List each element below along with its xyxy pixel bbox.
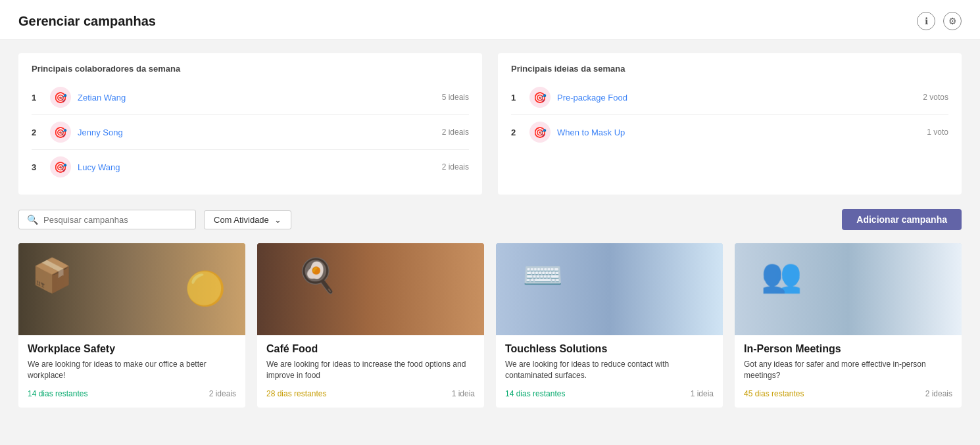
filter-label: Com Atividade	[214, 215, 269, 225]
campaign-desc-workplace: We are looking for ideas to make our off…	[28, 359, 236, 381]
rank-1: 1	[32, 93, 43, 103]
campaign-footer-meetings: 45 dias restantes 2 ideais	[744, 389, 952, 398]
stats-row: Principais colaboradores da semana 1 🎯 Z…	[18, 53, 962, 195]
campaign-image-touchless: ⌨️	[496, 243, 723, 335]
campaign-days-workplace: 14 dias restantes	[28, 389, 87, 398]
campaign-ideas-workplace: 2 ideais	[209, 389, 236, 398]
collaborator-count-3: 2 ideais	[442, 162, 469, 172]
avatar-2: 🎯	[50, 122, 71, 143]
campaign-desc-meetings: Got any ideas for safer and more effecti…	[744, 359, 952, 381]
campaign-body-workplace: Workplace Safety We are looking for idea…	[18, 335, 245, 408]
campaign-desc-cafe: We are looking for ideas to increase the…	[266, 359, 475, 381]
search-box: 🔍	[18, 210, 196, 229]
idea-count-2: 1 voto	[927, 128, 948, 137]
collaborators-list: 1 🎯 Zetian Wang 5 ideais 2 🎯 Jenny Song …	[32, 80, 469, 184]
collaborator-count-2: 2 ideais	[442, 128, 469, 137]
campaign-desc-touchless: We are looking for ideas to reduce conta…	[505, 359, 714, 381]
avatar-1: 🎯	[50, 87, 71, 108]
collaborators-title: Principais colaboradores da semana	[32, 64, 469, 74]
idea-avatar-2: 🎯	[529, 122, 551, 143]
idea-count-1: 2 votos	[923, 93, 948, 102]
campaign-title-touchless: Touchless Solutions	[505, 343, 714, 355]
campaign-title-workplace: Workplace Safety	[28, 343, 236, 355]
add-campaign-button[interactable]: Adicionar campanha	[842, 209, 962, 230]
campaign-body-touchless: Touchless Solutions We are looking for i…	[496, 335, 723, 408]
campaign-days-touchless: 14 dias restantes	[505, 389, 565, 398]
chevron-down-icon: ⌄	[274, 215, 282, 225]
idea-name-2[interactable]: When to Mask Up	[557, 128, 927, 137]
collaborator-item-2: 2 🎯 Jenny Song 2 ideais	[32, 115, 469, 150]
collaborator-item-1: 1 🎯 Zetian Wang 5 ideais	[32, 80, 469, 115]
idea-rank-1: 1	[511, 93, 523, 103]
campaign-image-workplace: 📦 🟡	[18, 243, 245, 335]
campaign-footer-workplace: 14 dias restantes 2 ideais	[28, 389, 236, 398]
idea-name-1[interactable]: Pre-package Food	[557, 93, 923, 103]
filter-dropdown[interactable]: Com Atividade ⌄	[204, 210, 291, 229]
campaign-card-cafe: 🍳 Café Food We are looking for ideas to …	[257, 243, 484, 408]
ideas-title: Principais ideias da semana	[511, 64, 948, 74]
settings-icon-button[interactable]: ⚙	[943, 12, 962, 30]
page-title: Gerenciar campanhas	[18, 14, 156, 29]
idea-rank-2: 2	[511, 128, 523, 137]
rank-3: 3	[32, 162, 43, 172]
collaborator-name-2[interactable]: Jenny Song	[78, 128, 442, 137]
header-icon-group: ℹ ⚙	[917, 12, 962, 30]
campaign-card-workplace: 📦 🟡 Workplace Safety We are looking for …	[18, 243, 245, 408]
campaign-body-cafe: Café Food We are looking for ideas to in…	[257, 335, 484, 408]
idea-item-1: 1 🎯 Pre-package Food 2 votos	[511, 80, 948, 115]
main-content: Principais colaboradores da semana 1 🎯 Z…	[0, 40, 980, 421]
search-input[interactable]	[43, 215, 187, 225]
campaign-footer-cafe: 28 dias restantes 1 ideia	[266, 389, 475, 398]
collaborator-count-1: 5 ideais	[442, 93, 469, 102]
idea-avatar-1: 🎯	[529, 87, 551, 108]
campaign-card-touchless: ⌨️ Touchless Solutions We are looking fo…	[496, 243, 723, 408]
campaign-days-cafe: 28 dias restantes	[266, 389, 326, 398]
campaign-card-meetings: 👥 In-Person Meetings Got any ideas for s…	[735, 243, 962, 408]
campaigns-cards-row: 📦 🟡 Workplace Safety We are looking for …	[18, 243, 962, 408]
toolbar-row: 🔍 Com Atividade ⌄ Adicionar campanha	[18, 209, 962, 230]
campaign-footer-touchless: 14 dias restantes 1 ideia	[505, 389, 714, 398]
avatar-3: 🎯	[50, 156, 71, 177]
collaborator-item-3: 3 🎯 Lucy Wang 2 ideais	[32, 150, 469, 184]
info-icon-button[interactable]: ℹ	[917, 12, 935, 30]
search-icon: 🔍	[27, 214, 38, 225]
campaign-ideas-cafe: 1 ideia	[452, 389, 475, 398]
campaign-title-cafe: Café Food	[266, 343, 475, 355]
ideas-list: 1 🎯 Pre-package Food 2 votos 2 🎯 When to…	[511, 80, 948, 149]
campaign-image-cafe: 🍳	[257, 243, 484, 335]
campaign-ideas-meetings: 2 ideais	[925, 389, 952, 398]
campaign-ideas-touchless: 1 ideia	[691, 389, 714, 398]
rank-2: 2	[32, 128, 43, 137]
collaborator-name-3[interactable]: Lucy Wang	[78, 162, 442, 172]
idea-item-2: 2 🎯 When to Mask Up 1 voto	[511, 115, 948, 149]
page-header: Gerenciar campanhas ℹ ⚙	[0, 0, 980, 40]
campaign-body-meetings: In-Person Meetings Got any ideas for saf…	[735, 335, 962, 408]
campaign-days-meetings: 45 dias restantes	[744, 389, 804, 398]
collaborator-name-1[interactable]: Zetian Wang	[78, 93, 442, 103]
top-ideas-panel: Principais ideias da semana 1 🎯 Pre-pack…	[498, 53, 962, 195]
top-collaborators-panel: Principais colaboradores da semana 1 🎯 Z…	[18, 53, 482, 195]
campaign-title-meetings: In-Person Meetings	[744, 343, 952, 355]
campaign-image-meetings: 👥	[735, 243, 962, 335]
